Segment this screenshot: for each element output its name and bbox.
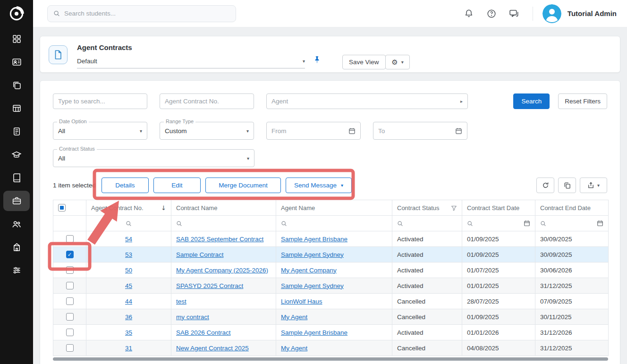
table-row[interactable]: 53 Sample Contract Sample Agent Sydney A… [53,247,609,262]
contract-name-link[interactable]: SAB 2025 September Contract [176,236,263,243]
agent-name-link[interactable]: LionWolf Haus [281,298,322,305]
row-checkbox[interactable] [66,282,74,289]
row-checkbox[interactable] [66,297,74,305]
calendar-icon[interactable] [597,220,603,227]
table-row[interactable]: 54 SAB 2025 September Contract Sample Ag… [53,231,609,247]
agent-name-link[interactable]: Sample Agent Brisbane [281,236,347,243]
search-button[interactable]: Search [513,93,550,109]
calendar-icon[interactable] [524,220,530,227]
refresh-button[interactable] [536,178,554,193]
row-checkbox[interactable] [66,235,74,243]
column-end-date[interactable]: Contract End Date [535,200,609,216]
agent-name-link[interactable]: Sample Agent Sydney [281,282,344,289]
search-icon [540,220,546,227]
row-checkbox[interactable] [66,313,74,321]
contract-name-link[interactable]: My Agent Company (2025-2026) [176,267,268,274]
horizontal-scrollbar[interactable] [53,357,608,361]
contract-no-link[interactable]: 50 [125,267,132,274]
contract-no-link[interactable]: 45 [125,282,132,289]
send-message-button[interactable]: Send Message ▾ [286,178,352,193]
contract-no-link[interactable]: 54 [125,236,132,243]
sidebar-item-invoices[interactable] [0,120,33,143]
view-selector[interactable]: Default ▾ [77,54,305,68]
help-button[interactable] [483,6,500,22]
edit-button[interactable]: Edit [153,178,201,193]
row-checkbox[interactable] [66,344,74,352]
table-row[interactable]: 36 my contract My Agent Cancelled 01/09/… [53,309,609,325]
sidebar-item-organisation[interactable] [0,236,33,259]
sidebar-item-documents[interactable] [0,74,33,97]
range-type-select[interactable]: Range Type Custom ▾ [160,122,254,140]
sidebar-item-table[interactable] [0,97,33,120]
filter-funnel-icon[interactable] [451,205,457,211]
agent-name-link[interactable]: My Agent [281,313,307,321]
view-settings-button[interactable]: ⚙ ▾ [385,55,410,69]
contract-no-link[interactable]: 44 [125,298,132,305]
agent-name-link[interactable]: My Agent [281,345,307,352]
contract-no-column-filter[interactable] [91,220,166,227]
pin-view-button[interactable] [313,56,321,64]
save-view-button[interactable]: Save View [342,55,386,69]
column-contract-name[interactable]: Contract Name [171,200,276,216]
agent-name-column-filter[interactable] [281,220,387,227]
contract-no-link[interactable]: 31 [125,345,132,352]
contract-status-select[interactable]: Contract Status All ▾ [53,149,254,167]
select-all-checkbox[interactable] [58,204,66,212]
agent-filter-select[interactable]: Agent ▸ [266,93,468,109]
contract-name-link[interactable]: SAB 2026 Contract [176,329,231,336]
row-checkbox[interactable] [66,329,74,336]
agent-name-link[interactable]: Sample Agent Brisbane [281,329,347,336]
sidebar-item-contacts[interactable] [0,51,33,74]
table-row[interactable]: 31 New Agent Contract 2025 My Agent Canc… [53,340,609,356]
contract-no-link[interactable]: 53 [125,251,132,258]
export-button[interactable]: ▾ [580,178,607,193]
to-date-input[interactable]: To [373,122,467,140]
sidebar-item-people[interactable] [0,212,33,236]
user-name[interactable]: Tutorial Admin [568,9,617,17]
details-button[interactable]: Details [102,178,149,193]
search-input[interactable] [64,10,230,17]
contract-status-cell: Activated [392,262,462,278]
contract-name-column-filter[interactable] [176,220,271,227]
global-search[interactable] [47,5,236,22]
table-row[interactable]: 50 My Agent Company (2025-2026) My Agent… [53,262,609,278]
contract-name-link[interactable]: test [176,298,186,305]
column-contract-status[interactable]: Contract Status [392,200,462,216]
contract-no-link[interactable]: 35 [125,329,132,336]
sidebar-item-agents[interactable] [0,189,33,212]
status-column-filter[interactable] [397,220,457,227]
contract-no-link[interactable]: 36 [125,313,132,321]
agent-name-link[interactable]: Sample Agent Sydney [281,251,344,258]
messages-button[interactable] [506,6,522,22]
notifications-button[interactable] [461,6,477,22]
sidebar-item-dashboard[interactable] [0,27,33,51]
reset-filters-button[interactable]: Reset Filters [558,93,607,109]
table-row[interactable]: 45 SPASYD 2025 Contract Sample Agent Syd… [53,278,609,294]
sidebar-item-ledger[interactable] [0,166,33,189]
date-option-select[interactable]: Date Option All ▾ [53,122,147,140]
merge-document-button[interactable]: Merge Document [205,178,281,193]
contract-name-link[interactable]: Sample Contract [176,251,224,258]
contract-no-filter-input[interactable] [160,93,254,109]
keyword-filter-input[interactable] [53,93,147,109]
column-start-date[interactable]: Contract Start Date [462,200,535,216]
sidebar-item-settings[interactable] [0,259,33,282]
column-contract-no[interactable]: Agent Contract No.↓ [86,200,171,216]
dashboard-icon [12,34,22,44]
table-row[interactable]: 44 test LionWolf Haus Cancelled 28/07/20… [53,294,609,309]
contract-name-link[interactable]: New Agent Contract 2025 [176,345,249,352]
copy-grid-button[interactable] [558,178,576,193]
start-date-column-filter[interactable] [467,220,530,227]
row-checkbox[interactable] [66,266,74,274]
agent-name-link[interactable]: My Agent Company [281,267,337,274]
column-agent-name[interactable]: Agent Name [276,200,392,216]
row-checkbox[interactable] [66,251,74,258]
from-date-input[interactable]: From [266,122,361,140]
end-date-column-filter[interactable] [540,220,603,227]
avatar[interactable] [542,4,561,23]
app-logo[interactable] [0,0,33,27]
contract-name-link[interactable]: SPASYD 2025 Contract [176,282,243,289]
contract-name-link[interactable]: my contract [176,313,209,321]
table-row[interactable]: 35 SAB 2026 Contract Sample Agent Brisba… [53,325,609,340]
sidebar-item-courses[interactable] [0,143,33,166]
